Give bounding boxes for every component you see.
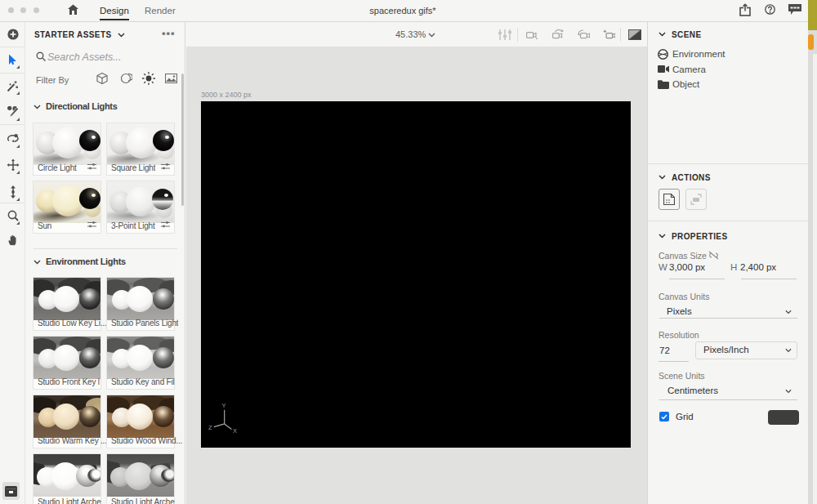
svg-text:Z: Z (208, 424, 212, 431)
svg-text:X: X (233, 427, 237, 435)
svg-text:Y: Y (222, 402, 226, 409)
